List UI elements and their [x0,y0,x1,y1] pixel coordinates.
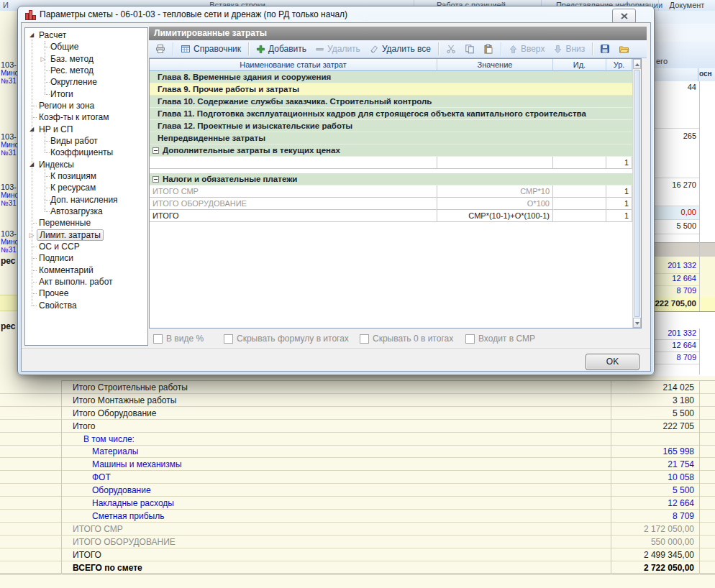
tree-guide [45,47,50,47]
tree-item[interactable]: Переменные [25,217,146,229]
scrollbar-thumb[interactable] [634,70,640,317]
checkbox-hide-zero[interactable]: Скрывать 0 в итогах [360,333,453,344]
grid-row-chapter[interactable]: Непредвиденные затраты [150,132,632,144]
print-button[interactable] [152,42,169,56]
tree-item[interactable]: Прочее [25,288,146,299]
tree-item[interactable]: Подписи [25,252,146,264]
table-row[interactable]: Итого Оборудование5 500 [0,407,715,420]
row-value: 3 180 [611,394,694,407]
table-row[interactable]: Сметная прибыль8 709 [0,510,715,523]
delete-button[interactable]: Удалить [311,42,364,56]
tree-item[interactable]: Итоги [25,88,146,100]
dialog-app-icon [25,10,36,20]
panel-toolbar: Справочник Добавить Удалить Удалить все [149,40,647,58]
move-up-button[interactable]: Вверх [505,42,548,56]
collapse-icon[interactable] [152,176,159,183]
copy-button[interactable] [461,42,478,56]
reference-button[interactable]: Справочник [177,42,245,56]
delete-label: Удалить [327,44,360,54]
checkbox-hide-formula[interactable]: Скрывать формулу в итогах [224,333,349,344]
move-down-button[interactable]: Вниз [550,42,588,56]
checkbox-icon[interactable] [224,334,233,344]
tree-item[interactable]: ОС и ССР [25,241,146,252]
scroll-down-button[interactable] [633,318,641,328]
tree-item[interactable]: ◢НР и СП [25,124,146,135]
tree-item[interactable]: Виды работ [25,135,146,147]
grid-row-data[interactable]: ИТОГО СМР СМР*10 1 [150,185,632,198]
grid-row-chapter[interactable]: Глава 12. Проектные и изыскательские раб… [150,120,632,132]
checkbox-icon[interactable] [465,334,475,344]
row-name: Глава 8. Временные здания и сооружения [158,71,331,83]
scroll-up-button[interactable] [633,59,641,69]
tree-expander-icon[interactable]: ◢ [27,29,36,41]
table-row[interactable]: Машины и механизмы21 754 [0,458,715,471]
column-header-value[interactable]: Значение [437,59,553,71]
tree-item[interactable]: К позициям [25,170,146,182]
table-row[interactable]: ФОТ10 058 [0,471,715,484]
column-header-name[interactable]: Наименование статьи затрат [150,59,437,71]
tree-item[interactable]: ◢Расчет [25,29,146,41]
tree-item-selected[interactable]: ▷Лимит. затраты [25,229,146,241]
grid-row-chapter[interactable]: Глава 8. Временные здания и сооружения [150,71,632,83]
tree-item[interactable]: Общие [25,41,146,52]
open-button[interactable] [615,42,633,56]
delete-all-button[interactable]: Удалить все [365,42,434,56]
checkbox-icon[interactable] [360,334,369,344]
table-scrollbar[interactable] [632,59,641,328]
collapse-icon[interactable] [152,147,159,154]
close-button[interactable] [612,9,636,24]
add-button[interactable]: Добавить [252,42,310,56]
tree-expander-icon[interactable]: ▷ [39,53,47,65]
tree-expander-icon[interactable]: ▷ [27,229,36,241]
group-separator-band [655,242,715,258]
tree-item[interactable]: Доп. начисления [25,194,146,206]
grid-row-data[interactable]: ИТОГО СМР*(10-1)+О*(100-1) 1 [150,210,632,222]
table-row[interactable]: Накладные расходы12 664 [0,497,715,510]
table-row[interactable]: Итого Строительные работы214 025 [0,381,715,394]
grid-row-chapter[interactable]: Глава 11. Подготовка эксплуатационных ка… [150,108,632,120]
cell-value: 12 664 [655,341,696,349]
grid-row-chapter[interactable]: Глава 9. Прочие работы и затраты [150,83,632,96]
ok-button[interactable]: OK [586,354,639,370]
table-row[interactable]: ИТОГО ОБОРУДОВАНИЕ550 000,00 [0,536,715,548]
tree-item[interactable]: Коэффициенты [25,147,146,158]
tree-item[interactable]: Коэф-ты к итогам [25,111,146,123]
tree-item[interactable]: Округление [25,76,146,88]
tree-item-label: Подписи [39,252,73,264]
paste-button[interactable] [480,42,497,56]
tree-item[interactable]: Комментарий [25,265,146,276]
table-row[interactable]: ИТОГО2 499 345,00 [0,548,715,561]
tree-item[interactable]: Регион и зона [25,100,146,111]
table-row-total[interactable]: ВСЕГО по смете2 722 050,00 [0,561,715,574]
grid-row-data[interactable]: ИТОГО ОБОРУДОВАНИЕ О*100 1 [150,198,632,210]
table-row[interactable]: ИТОГО СМР2 172 050,00 [0,523,715,536]
tree-item[interactable]: Автозагрузка [25,206,146,217]
grid-row-data[interactable]: 1 [150,157,632,169]
tree-item[interactable]: Акт выполн. работ [25,276,146,288]
table-row[interactable]: Оборудование5 500 [0,484,715,497]
row-text-fragment: №31 [1,199,17,207]
checkbox-as-percent[interactable]: В виде % [153,333,204,344]
ribbon-separator [658,0,659,11]
tree-item[interactable]: ◢Индексы [25,159,146,170]
column-header-level[interactable]: Ур. [606,59,632,71]
table-row[interactable]: Итого Монтажные работы3 180 [0,394,715,407]
tree-item[interactable]: Рес. метод [25,65,146,76]
table-row[interactable]: В том числе: [0,433,715,446]
grid-row-chapter[interactable]: Глава 10. Содержание службы заказчика. С… [150,96,632,108]
tree-item-label: Автозагрузка [50,206,103,217]
table-row[interactable]: Итого222 705 [0,420,715,433]
cut-button[interactable] [442,42,460,56]
grid-row-section[interactable]: Налоги и обязательные платежи [150,173,632,185]
save-button[interactable] [596,42,614,56]
checkbox-icon[interactable] [153,334,163,344]
table-row[interactable]: Материалы165 998 [0,445,715,458]
tree-item[interactable]: Свойства [25,300,146,311]
tree-expander-icon[interactable]: ◢ [27,124,36,135]
checkbox-included-smr[interactable]: Входит в СМР [465,333,535,344]
tree-item[interactable]: ▷Баз. метод [25,53,146,65]
column-header-id[interactable]: Ид. [553,59,606,71]
tree-item[interactable]: К ресурсам [25,182,146,193]
grid-row-section[interactable]: Дополнительные затраты в текущих ценах [150,144,632,157]
tree-expander-icon[interactable]: ◢ [27,159,36,170]
